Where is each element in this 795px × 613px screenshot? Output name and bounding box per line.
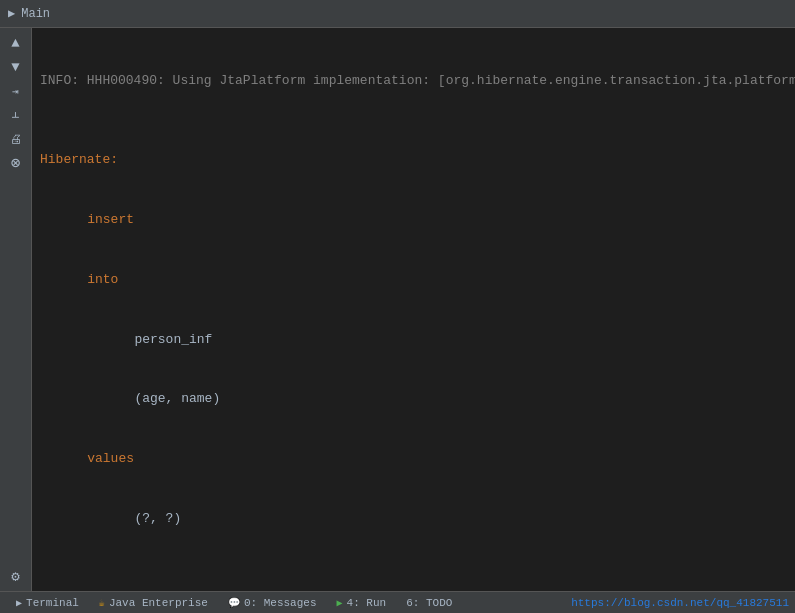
scroll-end-btn[interactable]: ⊣ <box>5 101 27 129</box>
java-enterprise-icon: ☕ <box>99 597 105 609</box>
tab-messages[interactable]: 💬 0: Messages <box>218 592 327 613</box>
sidebar: ▲ ▼ ⇥ ⊣ 🖨 ⊗ ⚙ <box>0 28 32 591</box>
settings-btn[interactable]: ⚙ <box>2 565 30 587</box>
status-bar: ▶ Terminal ☕ Java Enterprise 💬 0: Messag… <box>0 591 795 613</box>
print-btn[interactable]: 🖨 <box>2 128 30 150</box>
run-tab-icon: ▶ <box>337 597 343 609</box>
soft-wrap-btn[interactable]: ⇥ <box>2 80 30 102</box>
title-bar: ▶ Main <box>0 0 795 28</box>
messages-icon: 💬 <box>228 597 240 609</box>
run-label: 4: Run <box>347 597 387 609</box>
params-1: (?, ?) <box>40 509 787 530</box>
console-area[interactable]: INFO: HHH000490: Using JtaPlatform imple… <box>32 28 795 591</box>
status-link[interactable]: https://blog.csdn.net/qq_41827511 <box>571 597 789 609</box>
info-line: INFO: HHH000490: Using JtaPlatform imple… <box>40 71 787 92</box>
messages-label: 0: Messages <box>244 597 317 609</box>
values-1: values <box>40 449 787 470</box>
clear-btn[interactable]: ⊗ <box>2 152 30 174</box>
insert-1: insert <box>40 210 787 231</box>
into-1: into <box>40 270 787 291</box>
tab-java-enterprise[interactable]: ☕ Java Enterprise <box>89 592 218 613</box>
console-content: INFO: HHH000490: Using JtaPlatform imple… <box>32 32 795 591</box>
todo-label: 6: TODO <box>406 597 452 609</box>
scroll-down-btn[interactable]: ▼ <box>2 56 30 78</box>
terminal-label: Terminal <box>26 597 79 609</box>
run-icon: ▶ <box>8 6 15 21</box>
tab-run[interactable]: ▶ 4: Run <box>327 592 397 613</box>
hibernate-label-1: Hibernate: <box>40 150 787 171</box>
java-enterprise-label: Java Enterprise <box>109 597 208 609</box>
tab-terminal[interactable]: ▶ Terminal <box>6 592 89 613</box>
tab-todo[interactable]: 6: TODO <box>396 592 462 613</box>
cols-1: (age, name) <box>40 389 787 410</box>
terminal-icon: ▶ <box>16 597 22 609</box>
title-text: Main <box>21 7 50 21</box>
table-1: person_inf <box>40 330 787 351</box>
scroll-up-btn[interactable]: ▲ <box>2 32 30 54</box>
main-area: ▲ ▼ ⇥ ⊣ 🖨 ⊗ ⚙ INFO: HHH000490: Using Jta… <box>0 28 795 591</box>
